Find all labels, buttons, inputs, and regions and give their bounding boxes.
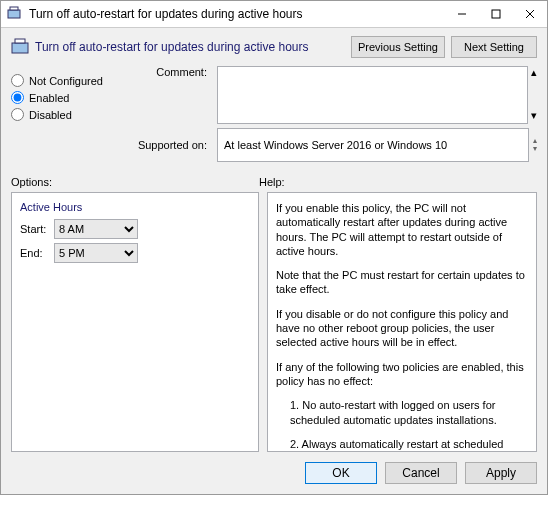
app-icon: [7, 6, 21, 22]
maximize-button[interactable]: [479, 1, 513, 27]
help-text: If any of the following two policies are…: [276, 360, 528, 389]
cancel-button[interactable]: Cancel: [385, 462, 457, 484]
options-label: Options:: [11, 176, 259, 188]
titlebar: Turn off auto-restart for updates during…: [1, 1, 547, 28]
start-select[interactable]: 8 AM: [54, 219, 138, 239]
policy-editor-window: Turn off auto-restart for updates during…: [0, 0, 548, 495]
state-radio-group: Not Configured Enabled Disabled: [11, 66, 121, 125]
policy-icon: [11, 38, 29, 56]
next-setting-button[interactable]: Next Setting: [451, 36, 537, 58]
supported-on-value: At least Windows Server 2016 or Windows …: [217, 128, 529, 162]
close-button[interactable]: [513, 1, 547, 27]
previous-setting-button[interactable]: Previous Setting: [351, 36, 445, 58]
help-text: 2. Always automatically restart at sched…: [276, 437, 528, 452]
comment-scrollbar[interactable]: ▴▾: [531, 66, 537, 122]
help-text: Note that the PC must restart for certai…: [276, 268, 528, 297]
help-pane: If you enable this policy, the PC will n…: [267, 192, 537, 452]
ok-button[interactable]: OK: [305, 462, 377, 484]
help-text: If you disable or do not configure this …: [276, 307, 528, 350]
svg-rect-7: [15, 39, 25, 43]
radio-disabled[interactable]: Disabled: [11, 108, 121, 121]
start-label: Start:: [20, 223, 54, 235]
supported-scrollbar[interactable]: ▴▾: [533, 137, 537, 153]
minimize-button[interactable]: [445, 1, 479, 27]
svg-rect-6: [12, 43, 28, 53]
help-text: 1. No auto-restart with logged on users …: [276, 398, 528, 427]
policy-title: Turn off auto-restart for updates during…: [35, 40, 345, 54]
end-label: End:: [20, 247, 54, 259]
end-select[interactable]: 5 PM: [54, 243, 138, 263]
comment-label: Comment:: [121, 66, 217, 124]
svg-rect-3: [492, 10, 500, 18]
apply-button[interactable]: Apply: [465, 462, 537, 484]
comment-input[interactable]: [217, 66, 528, 124]
supported-on-label: Supported on:: [121, 139, 217, 151]
help-label: Help:: [259, 176, 285, 188]
active-hours-heading: Active Hours: [20, 201, 250, 213]
radio-not-configured[interactable]: Not Configured: [11, 74, 121, 87]
svg-rect-1: [10, 7, 18, 10]
help-text: If you enable this policy, the PC will n…: [276, 201, 528, 258]
options-pane: Active Hours Start: 8 AM End: 5 PM: [11, 192, 259, 452]
window-title: Turn off auto-restart for updates during…: [27, 7, 445, 21]
radio-enabled[interactable]: Enabled: [11, 91, 121, 104]
svg-rect-0: [8, 10, 20, 18]
